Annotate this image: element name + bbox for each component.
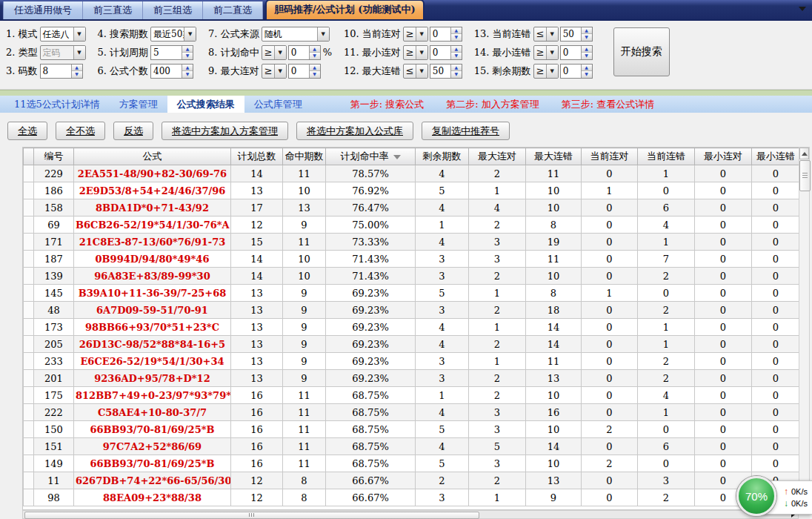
- table-row[interactable]: 486A7D09-59-51/70-9113969.23%32180200: [24, 302, 800, 319]
- max-streak-lose-spinner[interactable]: 50▲▼: [430, 64, 462, 79]
- table-row[interactable]: 145B39A10+11-36-39/7-25+6813969.23%51810…: [24, 285, 800, 302]
- column-header-5[interactable]: 计划命中率: [326, 148, 416, 165]
- column-header-10[interactable]: 当前连错: [638, 148, 695, 165]
- spin-down-icon[interactable]: ▼: [72, 70, 82, 78]
- spin-down-icon[interactable]: ▼: [451, 70, 462, 78]
- spin-up-icon[interactable]: ▲: [451, 46, 462, 53]
- start-search-button[interactable]: 开始搜索: [613, 27, 670, 76]
- spin-down-icon[interactable]: ▼: [310, 52, 320, 59]
- row-select-cell[interactable]: [24, 165, 34, 182]
- scroll-up-button[interactable]: [799, 148, 809, 159]
- remaining-periods-spinner[interactable]: 0▲▼: [560, 64, 593, 79]
- spin-up-icon[interactable]: ▲: [582, 27, 592, 34]
- table-row[interactable]: 13996A83E+83/89-99*30141071.43%32100200: [24, 268, 800, 285]
- collapse-arrow-icon[interactable]: [799, 7, 806, 11]
- column-header-6[interactable]: 剩余期数: [416, 148, 469, 165]
- spin-down-icon[interactable]: ▼: [182, 70, 193, 78]
- column-header-2[interactable]: 公式: [74, 148, 231, 165]
- row-select-cell[interactable]: [24, 438, 34, 455]
- spin-down-icon[interactable]: ▼: [182, 52, 193, 59]
- spin-up-icon[interactable]: ▲: [310, 46, 320, 53]
- min-streak-lose-spinner[interactable]: 0▲▼: [560, 45, 593, 60]
- max-streak-win-spinner[interactable]: 0▲▼: [288, 64, 321, 79]
- search-periods-dropdown[interactable]: 最近50期▼: [150, 27, 196, 42]
- max-streak-win-cmp-dropdown[interactable]: ≥▼: [262, 64, 287, 79]
- min-streak-win-spinner[interactable]: 0▲▼: [430, 45, 462, 60]
- row-select-cell[interactable]: [24, 387, 34, 404]
- row-select-cell[interactable]: [24, 353, 34, 370]
- row-select-cell[interactable]: [24, 370, 34, 387]
- select-none-button[interactable]: 全不选: [56, 122, 105, 140]
- main-tab-2[interactable]: 前三直选: [83, 1, 143, 19]
- table-row[interactable]: 2019236AD+95/78+D*1213969.23%32130200: [24, 370, 800, 387]
- vertical-scroll-thumb[interactable]: [799, 160, 811, 191]
- table-row[interactable]: 15066BB93/70-81/69/25*B161168.75%5310200…: [24, 421, 800, 438]
- invert-selection-button[interactable]: 反选: [113, 122, 153, 140]
- spin-up-icon[interactable]: ▲: [182, 65, 193, 71]
- plan-cycle-spinner[interactable]: 5▲▼: [150, 45, 193, 60]
- spin-up-icon[interactable]: ▲: [451, 65, 462, 71]
- type-dropdown[interactable]: 定码▼: [40, 45, 86, 60]
- column-header-9[interactable]: 当前连对: [582, 148, 638, 165]
- current-streak-win-spinner[interactable]: 0▲▼: [430, 27, 462, 42]
- add-to-plan-manager-button[interactable]: 将选中方案加入方案管理: [162, 122, 288, 140]
- table-row[interactable]: 116267DB+74+22*66-65/56/3012866.67%22130…: [24, 472, 800, 489]
- code-count-spinner[interactable]: 8▲▼: [40, 64, 83, 79]
- spin-up-icon[interactable]: ▲: [310, 65, 320, 71]
- horizontal-scrollbar[interactable]: [22, 510, 799, 519]
- current-streak-lose-spinner[interactable]: 50▲▼: [560, 27, 593, 42]
- plan-hit-cmp-dropdown[interactable]: ≥▼: [262, 45, 287, 60]
- vertical-scrollbar[interactable]: [799, 147, 810, 510]
- row-select-cell[interactable]: [24, 216, 34, 234]
- spin-up-icon[interactable]: ▲: [582, 65, 592, 71]
- column-header-3[interactable]: 计划总数: [231, 148, 283, 165]
- spin-down-icon[interactable]: ▼: [582, 33, 592, 41]
- table-row[interactable]: 15197C7A2+52*86/69161168.75%45140600: [24, 438, 800, 455]
- progress-badge[interactable]: 70%: [736, 476, 776, 516]
- formula-count-spinner[interactable]: 400▲▼: [150, 64, 193, 79]
- horizontal-scroll-thumb[interactable]: [24, 512, 479, 519]
- spin-down-icon[interactable]: ▼: [451, 52, 462, 59]
- row-select-cell[interactable]: [24, 285, 34, 302]
- table-row[interactable]: 69B6CB26-52/19*54/1/30-76*A12975.00%1280…: [24, 216, 800, 234]
- mode-dropdown[interactable]: 任选八▼: [40, 27, 86, 42]
- spin-down-icon[interactable]: ▼: [451, 33, 462, 41]
- result-tab-3[interactable]: 公式搜索结果: [167, 96, 244, 113]
- spin-down-icon[interactable]: ▼: [582, 70, 592, 78]
- row-select-cell[interactable]: [24, 336, 34, 353]
- column-header-4[interactable]: 命中期数: [283, 148, 326, 165]
- formula-source-dropdown[interactable]: 随机▼: [262, 27, 330, 42]
- table-row[interactable]: 222C58AE4+10-80-37/7161168.75%43160100: [24, 404, 800, 421]
- column-header-12[interactable]: 最小连错: [752, 148, 800, 165]
- max-streak-lose-cmp-dropdown[interactable]: ≤▼: [403, 64, 428, 79]
- select-all-button[interactable]: 全选: [7, 122, 47, 140]
- row-select-cell[interactable]: [24, 489, 34, 506]
- add-to-formula-library-button[interactable]: 将选中方案加入公式库: [296, 122, 413, 140]
- row-select-cell[interactable]: [24, 182, 34, 199]
- table-row[interactable]: 1588BDA1D*0+71-43/92171376.47%44100600: [24, 199, 800, 216]
- row-select-cell[interactable]: [24, 268, 34, 285]
- main-tab-3[interactable]: 前三组选: [143, 1, 203, 19]
- plan-hit-spinner[interactable]: 0▲▼: [288, 45, 321, 60]
- current-streak-win-cmp-dropdown[interactable]: ≥▼: [403, 27, 428, 42]
- row-select-cell[interactable]: [24, 319, 34, 336]
- table-row[interactable]: 17121C8E3-87-13/60*76/91-73151173.33%431…: [24, 234, 800, 251]
- remaining-periods-cmp-dropdown[interactable]: ≥▼: [533, 64, 559, 79]
- row-select-cell[interactable]: [24, 302, 34, 319]
- result-tab-4[interactable]: 公式库管理: [244, 96, 312, 113]
- table-row[interactable]: 1870B994D/94/80*49*46141071.43%33110700: [24, 251, 800, 268]
- result-tab-2[interactable]: 方案管理: [110, 96, 167, 113]
- main-tab-5[interactable]: 胆码推荐/公式计划 (功能测试中): [265, 0, 425, 19]
- row-select-cell[interactable]: [24, 199, 34, 216]
- spin-up-icon[interactable]: ▲: [451, 27, 462, 34]
- row-select-cell[interactable]: [24, 251, 34, 268]
- current-streak-lose-cmp-dropdown[interactable]: ≤▼: [533, 27, 559, 42]
- main-tab-4[interactable]: 前二直选: [203, 1, 263, 19]
- main-tab-1[interactable]: 任选通用做号: [3, 1, 83, 19]
- result-tab-1[interactable]: 11选5公式计划详情: [4, 96, 110, 113]
- copy-recommended-numbers-button[interactable]: 复制选中推荐号: [422, 122, 510, 140]
- table-row[interactable]: 233E6CE26-52/19*54/1/30+3413969.23%31110…: [24, 353, 800, 370]
- spin-down-icon[interactable]: ▼: [582, 52, 592, 59]
- table-row[interactable]: 2292EA551-48/90+82-30/69-76141178.57%421…: [24, 165, 800, 182]
- row-select-cell[interactable]: [24, 234, 34, 251]
